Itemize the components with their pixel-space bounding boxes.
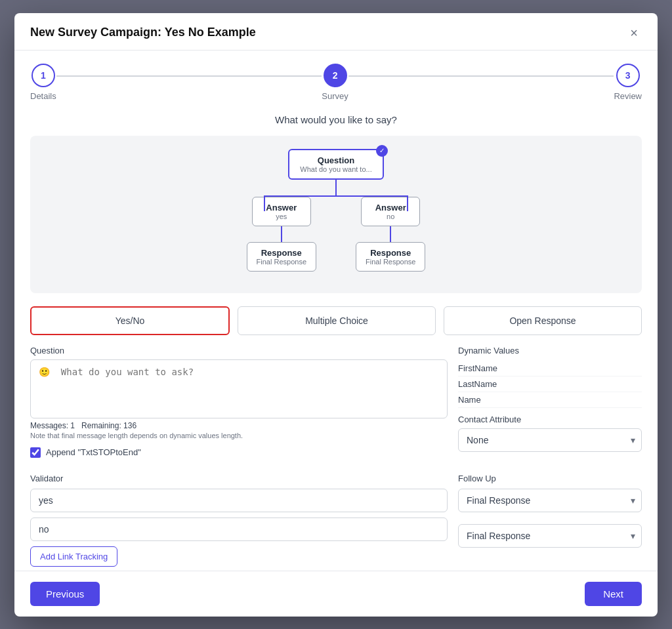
validator-input-yes[interactable] (30, 489, 448, 512)
step-label-details: Details (30, 91, 56, 101)
validator-grid: Validator Add Link Tracking Follow Up Fi… (30, 474, 642, 567)
stepper: 1 Details 2 Survey 3 Review (30, 64, 642, 101)
response-no-node: Response Final Response (356, 242, 425, 272)
previous-button[interactable]: Previous (30, 582, 100, 606)
question-prompt: What would you like to say? (30, 114, 642, 125)
dynamic-value-firstname[interactable]: FirstName (458, 361, 642, 376)
next-button[interactable]: Next (585, 582, 642, 606)
validator-left: Validator Add Link Tracking (30, 474, 448, 567)
add-link-tracking-button[interactable]: Add Link Tracking (30, 546, 117, 567)
flow-branch-right-line (407, 195, 408, 211)
form-left: Question Messages: 1 Remaining: 136 Note… (30, 346, 448, 468)
flow-line-vertical-1 (335, 180, 337, 195)
tab-multiple-choice[interactable]: Multiple Choice (238, 306, 436, 335)
answer-no-branch: Answer no Response Final Response (356, 197, 425, 272)
followup-select-yes[interactable]: Final Response (458, 489, 642, 512)
answer-no-sub: no (375, 213, 406, 220)
append-row: Append "TxtSTOPtoEnd" (30, 447, 448, 458)
flow-connector-area (247, 180, 426, 197)
tab-row: Yes/No Multiple Choice Open Response (30, 306, 642, 335)
answer-yes-node: Answer yes (252, 197, 311, 226)
tab-open-response[interactable]: Open Response (444, 306, 642, 335)
modal-title: New Survey Campaign: Yes No Example (30, 26, 256, 39)
followup-select-no[interactable]: Final Response (458, 524, 642, 548)
message-info: Messages: 1 Remaining: 136 (30, 421, 448, 430)
modal-footer: Previous Next (14, 571, 658, 617)
modal-header: New Survey Campaign: Yes No Example × (14, 13, 658, 51)
flow-branch-left-line (264, 195, 265, 211)
step-label-review: Review (614, 91, 642, 101)
validator-right: Follow Up Final Response Final Response (458, 474, 642, 554)
contact-attribute-select[interactable]: None (458, 428, 642, 452)
contact-attribute-wrapper: None (458, 428, 642, 452)
validator-label: Validator (30, 474, 448, 483)
dynamic-values-label: Dynamic Values (458, 346, 642, 355)
validator-input-no[interactable] (30, 517, 448, 541)
step-details: 1 Details (30, 64, 56, 101)
response-no-sub: Final Response (366, 258, 415, 266)
answer-no-title: Answer (375, 203, 406, 213)
dynamic-value-name[interactable]: Name (458, 392, 642, 408)
response-yes-title: Response (257, 248, 306, 258)
question-node-sub: What do you want to... (300, 165, 371, 173)
flow-hline (264, 195, 408, 197)
followup-select-yes-wrapper: Final Response (458, 489, 642, 512)
append-label: Append "TxtSTOPtoEnd" (46, 447, 141, 457)
flow-line-yes (281, 226, 282, 242)
append-checkbox[interactable] (30, 447, 41, 458)
modal-body: 1 Details 2 Survey 3 Review What would y… (14, 51, 658, 571)
flow-line-no (390, 226, 391, 242)
question-label: Question (30, 346, 448, 355)
question-textarea[interactable] (30, 359, 448, 418)
question-node: ✓ Question What do you want to... (288, 149, 383, 180)
step-connector-2 (348, 75, 614, 77)
step-connector-1 (56, 75, 322, 77)
survey-modal: New Survey Campaign: Yes No Example × 1 … (14, 13, 658, 617)
flow-diagram: ✓ Question What do you want to... (30, 136, 642, 293)
answer-no-node: Answer no (361, 197, 420, 226)
form-right: Dynamic Values FirstName LastName Name C… (458, 346, 642, 468)
response-no-title: Response (366, 248, 415, 258)
step-circle-3: 3 (616, 64, 640, 87)
response-yes-sub: Final Response (257, 258, 306, 266)
flow-tree: ✓ Question What do you want to... (247, 149, 426, 272)
step-survey: 2 Survey (322, 64, 348, 101)
step-circle-2: 2 (324, 64, 347, 87)
message-note: Note that final message length depends o… (30, 432, 448, 439)
step-label-survey: Survey (322, 91, 348, 101)
contact-attribute-label: Contact Attribute (458, 415, 642, 424)
answer-yes-title: Answer (266, 203, 297, 213)
followup-select-no-wrapper: Final Response (458, 524, 642, 548)
step-circle-1: 1 (32, 64, 55, 87)
check-icon: ✓ (376, 145, 388, 157)
step-review: 3 Review (614, 64, 642, 101)
question-node-title: Question (300, 155, 371, 165)
tab-yes-no[interactable]: Yes/No (30, 306, 230, 335)
dynamic-value-lastname[interactable]: LastName (458, 376, 642, 392)
close-button[interactable]: × (626, 25, 642, 41)
answer-nodes-row: Answer yes Response Final Response Answe… (247, 197, 426, 272)
answer-yes-sub: yes (266, 213, 297, 220)
form-grid: Question Messages: 1 Remaining: 136 Note… (30, 346, 642, 468)
answer-yes-branch: Answer yes Response Final Response (247, 197, 316, 272)
response-yes-node: Response Final Response (247, 242, 316, 272)
follow-up-label: Follow Up (458, 474, 642, 483)
